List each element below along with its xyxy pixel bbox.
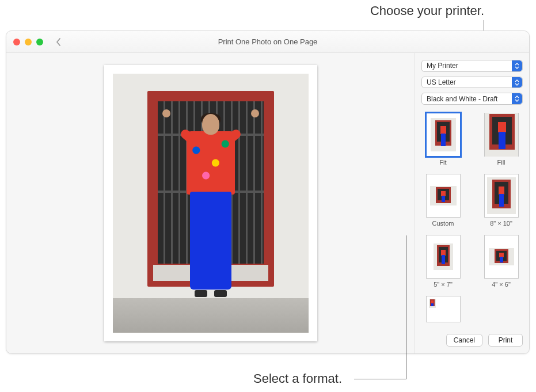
format-label: 4" × 6" xyxy=(492,281,511,288)
fullscreen-button[interactable] xyxy=(36,39,43,45)
chevron-updown-icon xyxy=(512,77,522,88)
callout-leader-line xyxy=(406,235,406,379)
callout-choose-printer: Choose your printer. xyxy=(370,3,484,18)
back-button[interactable] xyxy=(52,36,65,48)
format-thumb xyxy=(426,174,461,218)
page-preview xyxy=(104,65,317,341)
paper-size-dropdown[interactable]: US Letter xyxy=(421,77,523,89)
format-label: Fit xyxy=(439,159,446,166)
close-button[interactable] xyxy=(13,39,20,45)
format-option-fill[interactable]: Fill xyxy=(480,113,523,166)
format-label: Fill xyxy=(497,159,505,166)
print-button[interactable]: Print xyxy=(488,334,523,347)
format-label: 5" × 7" xyxy=(434,281,453,288)
photo-preview xyxy=(113,74,309,333)
callout-select-format: Select a format. xyxy=(253,371,342,386)
format-thumb xyxy=(426,235,461,279)
printer-dropdown[interactable]: My Printer xyxy=(421,60,523,72)
format-option-5x7[interactable]: 5" × 7" xyxy=(421,235,465,288)
window-title: Print One Photo on One Page xyxy=(218,37,318,46)
cancel-button[interactable]: Cancel xyxy=(446,334,482,347)
callout-leader-line xyxy=(354,379,406,379)
content-area: My Printer US Letter Black and White - D… xyxy=(6,53,529,353)
format-thumb xyxy=(426,296,461,322)
quality-dropdown[interactable]: Black and White - Draft xyxy=(421,93,523,105)
dialog-footer-buttons: Cancel Print xyxy=(421,329,523,347)
format-thumb xyxy=(484,235,519,279)
format-grid: Fit Fill xyxy=(421,113,523,325)
paper-size-dropdown-value: US Letter xyxy=(427,78,456,86)
print-preview-pane xyxy=(6,53,415,353)
format-option-8x10[interactable]: 8" × 10" xyxy=(480,174,523,227)
chevron-updown-icon xyxy=(512,93,522,104)
print-dialog-window: Print One Photo on One Page xyxy=(6,31,530,354)
format-label: 8" × 10" xyxy=(490,220,512,227)
format-label: Custom xyxy=(432,220,454,227)
format-option-4x6[interactable]: 4" × 6" xyxy=(480,235,523,288)
print-options-sidebar: My Printer US Letter Black and White - D… xyxy=(415,53,529,353)
format-option-fit[interactable]: Fit xyxy=(421,113,465,166)
format-thumb xyxy=(484,174,519,218)
chevron-updown-icon xyxy=(512,60,522,71)
format-thumb xyxy=(426,113,461,157)
printer-dropdown-value: My Printer xyxy=(427,62,458,70)
minimize-button[interactable] xyxy=(25,39,32,45)
format-thumb xyxy=(484,113,519,157)
window-controls xyxy=(13,39,43,45)
format-option-contact-sheet[interactable] xyxy=(421,296,465,325)
titlebar: Print One Photo on One Page xyxy=(6,31,529,53)
quality-dropdown-value: Black and White - Draft xyxy=(427,95,497,103)
format-option-custom[interactable]: Custom xyxy=(421,174,465,227)
